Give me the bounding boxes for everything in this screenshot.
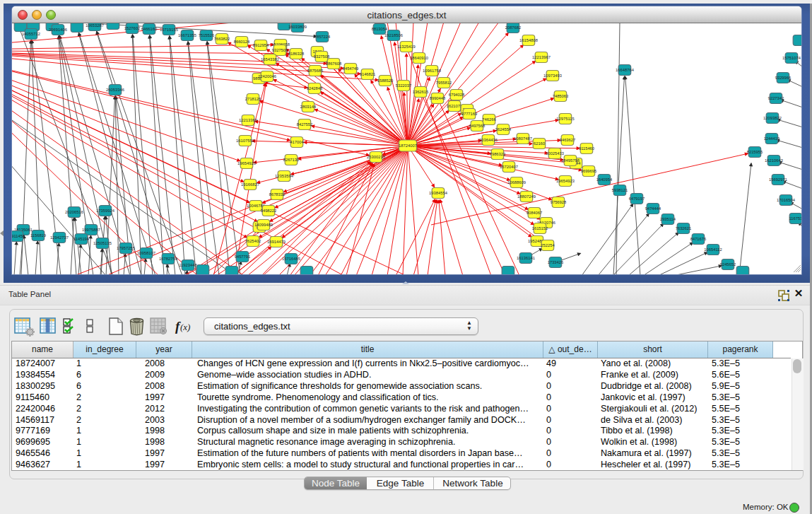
svg-text:15720407: 15720407 xyxy=(500,165,518,169)
svg-text:2087682: 2087682 xyxy=(505,25,522,30)
svg-text:9498222: 9498222 xyxy=(261,209,277,213)
svg-text:5938121: 5938121 xyxy=(612,188,628,192)
svg-text:10719155: 10719155 xyxy=(160,28,178,32)
svg-text:11325419: 11325419 xyxy=(397,45,415,49)
svg-text:16107552: 16107552 xyxy=(236,139,254,143)
svg-text:5875685: 5875685 xyxy=(307,69,324,73)
svg-text:19975887: 19975887 xyxy=(82,228,100,232)
svg-text:9327503: 9327503 xyxy=(272,48,288,52)
svg-text:12353594: 12353594 xyxy=(275,174,294,178)
svg-text:8186328: 8186328 xyxy=(288,52,305,56)
svg-text:18724007: 18724007 xyxy=(399,144,417,148)
svg-text:19218506: 19218506 xyxy=(384,33,403,37)
svg-text:9115460: 9115460 xyxy=(579,146,594,151)
svg-text:9084067: 9084067 xyxy=(526,211,543,215)
svg-text:19166827: 19166827 xyxy=(241,182,259,187)
svg-text:12093822: 12093822 xyxy=(763,116,782,120)
svg-text:19384554: 19384554 xyxy=(429,191,448,195)
svg-text:20691406: 20691406 xyxy=(49,28,67,32)
svg-text:10958107: 10958107 xyxy=(137,251,155,255)
svg-text:1621072: 1621072 xyxy=(447,104,463,108)
svg-text:8215955: 8215955 xyxy=(747,150,763,154)
svg-text:12975115: 12975115 xyxy=(556,117,574,121)
svg-text:6794028: 6794028 xyxy=(449,93,465,97)
svg-text:10653287: 10653287 xyxy=(86,23,104,28)
svg-text:18807249: 18807249 xyxy=(517,194,536,199)
svg-text:3911458: 3911458 xyxy=(12,234,25,238)
svg-text:7857224: 7857224 xyxy=(314,35,331,39)
svg-text:9227342: 9227342 xyxy=(768,96,784,100)
svg-text:20364436: 20364436 xyxy=(479,138,498,142)
svg-text:18495798: 18495798 xyxy=(561,158,579,163)
svg-text:20206516: 20206516 xyxy=(65,210,83,214)
svg-text:746266: 746266 xyxy=(482,117,495,122)
svg-text:15692971: 15692971 xyxy=(769,177,787,182)
svg-text:12213967: 12213967 xyxy=(532,55,551,59)
svg-text:7632621: 7632621 xyxy=(676,226,692,230)
svg-text:8471676: 8471676 xyxy=(690,237,707,241)
svg-text:8990448: 8990448 xyxy=(430,96,446,100)
svg-text:116753: 116753 xyxy=(789,216,801,221)
svg-text:8678332: 8678332 xyxy=(269,192,286,197)
svg-text:2867608: 2867608 xyxy=(326,62,342,66)
svg-text:16543382: 16543382 xyxy=(261,57,279,62)
svg-text:12505135: 12505135 xyxy=(93,241,112,245)
svg-text:8660124: 8660124 xyxy=(234,40,250,44)
svg-text:1156819: 1156819 xyxy=(30,233,46,238)
svg-text:19654923: 19654923 xyxy=(237,161,256,165)
svg-text:2718126: 2718126 xyxy=(245,97,261,101)
svg-text:18640910: 18640910 xyxy=(410,56,428,60)
svg-text:5322037: 5322037 xyxy=(396,83,412,88)
svg-text:7955812: 7955812 xyxy=(436,81,452,85)
svg-text:11923448: 11923448 xyxy=(179,263,196,267)
svg-text:9699695: 9699695 xyxy=(581,169,597,173)
svg-text:14055712: 14055712 xyxy=(22,32,40,36)
svg-text:16210643: 16210643 xyxy=(765,158,783,163)
svg-text:10807487: 10807487 xyxy=(514,136,532,141)
svg-text:9777169: 9777169 xyxy=(461,112,478,116)
svg-text:17016504: 17016504 xyxy=(777,198,796,202)
svg-text:6466160: 6466160 xyxy=(141,27,158,31)
svg-text:22420046: 22420046 xyxy=(258,74,276,78)
svg-text:6497568: 6497568 xyxy=(469,124,486,128)
svg-text:1145194: 1145194 xyxy=(73,237,90,241)
svg-text:10654112: 10654112 xyxy=(704,247,722,252)
svg-text:2935114: 2935114 xyxy=(660,217,676,221)
svg-text:17957255: 17957255 xyxy=(117,246,135,250)
svg-text:417004: 417004 xyxy=(290,140,304,144)
svg-text:9474444: 9474444 xyxy=(645,206,661,211)
svg-text:19654923: 19654923 xyxy=(556,179,575,183)
svg-text:3624554: 3624554 xyxy=(495,127,512,132)
svg-text:9329966: 9329966 xyxy=(775,76,792,80)
svg-text:9242848: 9242848 xyxy=(307,86,323,90)
svg-text:9457791: 9457791 xyxy=(235,255,251,259)
svg-text:10961758: 10961758 xyxy=(423,69,441,73)
svg-text:1615152: 1615152 xyxy=(532,226,548,230)
svg-text:10688609: 10688609 xyxy=(507,180,526,185)
svg-text:16914479: 16914479 xyxy=(267,240,286,244)
svg-text:1244419: 1244419 xyxy=(764,136,780,141)
svg-text:17359924: 17359924 xyxy=(96,209,115,213)
svg-text:16154808: 16154808 xyxy=(519,38,538,42)
svg-text:15716485: 15716485 xyxy=(282,257,300,261)
svg-text:1527602: 1527602 xyxy=(124,26,141,30)
svg-text:8267130: 8267130 xyxy=(283,158,300,162)
svg-text:7485063: 7485063 xyxy=(553,94,569,98)
svg-text:9327508: 9327508 xyxy=(314,54,330,59)
svg-text:10973493: 10973493 xyxy=(543,74,562,78)
svg-text:8427552: 8427552 xyxy=(297,122,313,127)
svg-text:9463627: 9463627 xyxy=(560,138,576,142)
svg-text:1362615: 1362615 xyxy=(413,90,429,94)
svg-text:12213369: 12213369 xyxy=(239,118,257,122)
svg-text:14099489: 14099489 xyxy=(254,223,273,227)
svg-text:2803144: 2803144 xyxy=(300,105,317,109)
svg-text:12942737: 12942737 xyxy=(50,235,69,240)
svg-text:6479197: 6479197 xyxy=(629,197,645,201)
svg-text:9756928: 9756928 xyxy=(551,200,567,204)
svg-text:1733426: 1733426 xyxy=(548,260,564,264)
svg-text:7986322: 7986322 xyxy=(490,152,506,156)
svg-text:1640954: 1640954 xyxy=(596,177,613,182)
svg-text:10025433: 10025433 xyxy=(546,151,564,156)
svg-text:7515526: 7515526 xyxy=(199,33,215,37)
svg-text:16782759: 16782759 xyxy=(159,257,177,261)
